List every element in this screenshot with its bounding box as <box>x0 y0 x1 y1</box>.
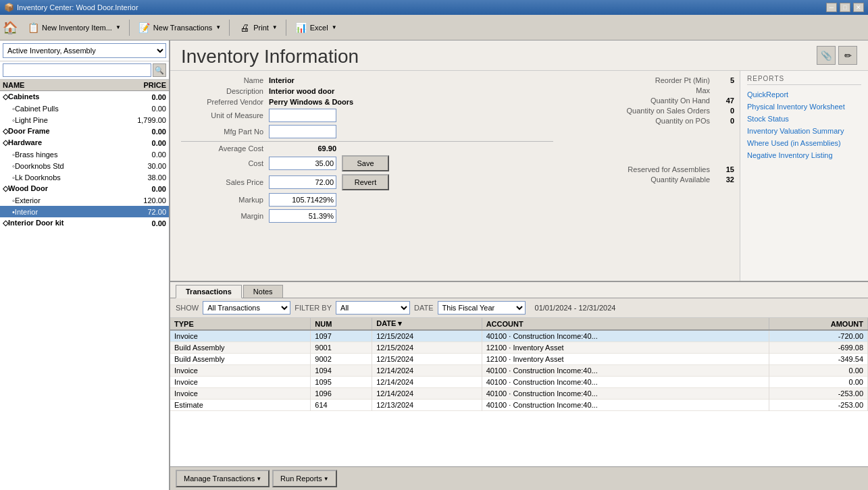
list-item[interactable]: ◇Wood Door0.00 <box>0 183 169 194</box>
new-transactions-button[interactable]: 📝 New Transactions ▼ <box>133 18 226 37</box>
print-button[interactable]: 🖨 Print ▼ <box>233 18 282 37</box>
revert-button[interactable]: Revert <box>342 174 389 190</box>
date-cell: 12/14/2024 <box>372 377 482 388</box>
excel-button[interactable]: 📊 Excel ▼ <box>290 18 342 37</box>
new-inventory-item-label: New Inventory Item... <box>42 24 112 32</box>
run-reports-arrow: ▼ <box>324 476 329 482</box>
info-header-buttons: 📎 ✏ <box>817 46 857 65</box>
tab-notes[interactable]: Notes <box>243 285 283 298</box>
table-row[interactable]: Build Assembly900212/15/202412100 · Inve… <box>170 354 868 365</box>
report-link[interactable]: Where Used (in Assemblies) <box>747 139 861 147</box>
report-link[interactable]: QuickReport <box>747 90 861 99</box>
name-label: Name <box>181 76 269 84</box>
search-input[interactable] <box>3 63 151 77</box>
table-row[interactable]: Build Assembly900112/15/202412100 · Inve… <box>170 342 868 354</box>
type-cell: Invoice <box>170 388 311 400</box>
average-cost-label: Average Cost <box>181 144 269 153</box>
list-item-name: ◇Cabinets <box>3 92 126 101</box>
list-header: NAME PRICE <box>0 80 169 91</box>
table-row[interactable]: Estimate61412/13/202440100 · Constructio… <box>170 400 868 411</box>
show-select[interactable]: All Transactions <box>203 301 290 315</box>
list-item[interactable]: ◇Door Frame0.00 <box>0 126 169 137</box>
inventory-type-select[interactable]: Active Inventory, Assembly <box>3 43 166 58</box>
main-area: Active Inventory, Assembly 🔍 NAME PRICE … <box>0 40 868 490</box>
amount-header: AMOUNT <box>769 318 867 330</box>
list-item[interactable]: ◦Doorknobs Std30.00 <box>0 160 169 171</box>
list-item-name: ◦Cabinet Pulls <box>12 105 126 113</box>
list-item[interactable]: ◇Cabinets0.00 <box>0 91 169 103</box>
inventory-info-header: Inventory Information 📎 ✏ <box>170 40 868 71</box>
inventory-list: NAME PRICE ◇Cabinets0.00◦Cabinet Pulls0.… <box>0 80 169 490</box>
run-reports-button[interactable]: Run Reports ▼ <box>272 470 337 487</box>
search-button[interactable]: 🔍 <box>153 63 166 77</box>
save-button[interactable]: Save <box>342 155 389 171</box>
cost-input[interactable] <box>269 157 336 170</box>
num-cell: 1094 <box>311 365 372 377</box>
filter-by-select[interactable]: All <box>336 301 410 315</box>
num-cell: 9002 <box>311 354 372 365</box>
amount-cell: -253.00 <box>769 400 867 411</box>
list-item[interactable]: ◦Light Pine1,799.00 <box>0 114 169 126</box>
date-label: DATE <box>414 304 434 312</box>
close-button[interactable]: ✕ <box>853 3 864 12</box>
list-item[interactable]: ◦Cabinet Pulls0.00 <box>0 103 169 114</box>
qty-on-hand-row: Quantity On Hand 47 <box>569 97 734 105</box>
app-logo-icon: 🏠 <box>3 20 18 35</box>
edit-icon: ✏ <box>844 51 852 61</box>
list-item-price: 0.00 <box>126 93 166 101</box>
sales-price-input[interactable] <box>269 175 336 189</box>
list-item[interactable]: •Interior72.00 <box>0 206 169 217</box>
list-item[interactable]: ◇Hardware0.00 <box>0 137 169 148</box>
table-row[interactable]: Invoice109612/14/202440100 · Constructio… <box>170 388 868 400</box>
table-row[interactable]: Invoice109512/14/202440100 · Constructio… <box>170 377 868 388</box>
report-link[interactable]: Physical Inventory Worksheet <box>747 103 861 111</box>
description-label: Description <box>181 87 269 95</box>
qty-on-hand-value: 47 <box>714 97 734 105</box>
qty-on-hand-label: Quantity On Hand <box>650 97 714 105</box>
max-label: Max <box>696 86 714 94</box>
list-item[interactable]: ◦Exterior120.00 <box>0 194 169 206</box>
manage-transactions-button[interactable]: Manage Transactions ▼ <box>176 470 270 487</box>
new-transactions-dropdown-arrow: ▼ <box>215 24 221 30</box>
amount-cell: -349.54 <box>769 354 867 365</box>
reorder-pt-value: 5 <box>714 76 734 84</box>
title-bar-controls[interactable]: ─ □ ✕ <box>826 3 864 12</box>
reorder-pt-row: Reorder Pt (Min) 5 <box>569 76 734 84</box>
mfg-part-input[interactable] <box>269 125 336 138</box>
margin-input[interactable] <box>269 209 336 223</box>
sales-price-row: Sales Price Revert <box>181 174 553 190</box>
edit-button[interactable]: ✏ <box>838 46 857 65</box>
list-item-price: 0.00 <box>126 105 166 113</box>
num-cell: 1097 <box>311 330 372 342</box>
account-cell: 12100 · Inventory Asset <box>482 342 769 354</box>
new-inventory-item-button[interactable]: 📋 New Inventory Item... ▼ <box>22 18 126 37</box>
qty-on-pos-row: Quantity on POs 0 <box>569 117 734 125</box>
table-row[interactable]: Invoice109712/15/202440100 · Constructio… <box>170 330 868 342</box>
maximize-button[interactable]: □ <box>840 3 850 12</box>
tabs-bar: Transactions Notes <box>170 282 868 298</box>
manage-transactions-arrow: ▼ <box>256 476 261 482</box>
date-select[interactable]: This Fiscal Year <box>438 301 526 315</box>
tab-transactions[interactable]: Transactions <box>176 285 242 298</box>
table-row[interactable]: Invoice109412/14/202440100 · Constructio… <box>170 365 868 377</box>
report-link[interactable]: Stock Status <box>747 115 861 123</box>
report-link[interactable]: Negative Inventory Listing <box>747 151 861 159</box>
list-item[interactable]: ◇Interior Door kit0.00 <box>0 217 169 229</box>
description-row: Description Interior wood door <box>181 87 553 95</box>
list-item[interactable]: ◦Brass hinges0.00 <box>0 148 169 160</box>
list-item-name: ◦Lk Doorknobs <box>12 173 126 182</box>
title-bar: 📦 Inventory Center: Wood Door.Interior ─… <box>0 0 868 15</box>
amount-cell: -253.00 <box>769 388 867 400</box>
attach-button[interactable]: 📎 <box>817 46 836 65</box>
list-item[interactable]: ◦Lk Doorknobs38.00 <box>0 171 169 183</box>
filter-bar: SHOW All Transactions FILTER BY All DATE… <box>170 298 868 318</box>
report-link[interactable]: Inventory Valuation Summary <box>747 127 861 135</box>
date-header[interactable]: DATE ▾ <box>372 318 482 330</box>
unit-of-measure-input[interactable] <box>269 109 336 122</box>
markup-input[interactable] <box>269 193 336 207</box>
minimize-button[interactable]: ─ <box>826 3 837 12</box>
name-value: Interior <box>269 76 295 84</box>
content-area: Name Interior Description Interior wood … <box>170 71 868 281</box>
num-cell: 1096 <box>311 388 372 400</box>
transaction-tbody: Invoice109712/15/202440100 · Constructio… <box>170 330 868 411</box>
